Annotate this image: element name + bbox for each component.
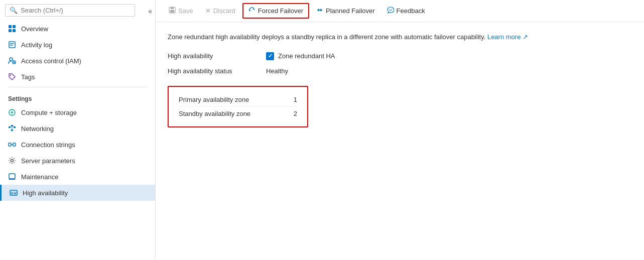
svg-rect-34 <box>14 193 16 194</box>
primary-zone-row: Primary availability zone 1 <box>179 93 297 106</box>
sidebar-item-high-availability[interactable]: High availability <box>0 185 155 201</box>
primary-zone-label: Primary availability zone <box>179 96 249 103</box>
svg-rect-3 <box>13 29 16 32</box>
sidebar-item-access-control[interactable]: Access control (IAM) <box>0 53 155 69</box>
discard-icon: ✕ <box>205 7 211 15</box>
ha-checkbox[interactable] <box>266 52 274 60</box>
save-label: Save <box>178 7 193 15</box>
standby-zone-row: Standby availability zone 2 <box>179 106 297 120</box>
svg-rect-36 <box>171 7 174 9</box>
sidebar-item-activity-log-label: Activity log <box>21 41 52 49</box>
forced-failover-icon <box>248 7 255 15</box>
activity-log-icon <box>8 41 16 49</box>
overview-icon <box>8 25 16 33</box>
standby-zone-label: Standby availability zone <box>179 110 250 117</box>
svg-point-39 <box>391 9 392 10</box>
forced-failover-button[interactable]: Forced Failover <box>242 3 309 19</box>
sidebar-item-connection-strings-label: Connection strings <box>21 141 75 149</box>
planned-failover-button[interactable]: Planned Failover <box>311 4 380 18</box>
ha-status-field: High availability status Healthy <box>168 67 632 75</box>
forced-failover-label: Forced Failover <box>258 7 303 15</box>
main-panel: Save ✕ Discard Forced Failover <box>156 0 644 260</box>
svg-rect-4 <box>9 42 15 48</box>
svg-rect-19 <box>11 129 13 131</box>
server-params-icon <box>8 157 16 165</box>
svg-rect-0 <box>9 25 12 28</box>
networking-icon <box>8 124 16 133</box>
svg-rect-2 <box>9 29 12 32</box>
svg-point-7 <box>10 58 13 61</box>
sidebar-item-tags-label: Tags <box>21 73 35 81</box>
high-availability-icon <box>10 189 18 197</box>
svg-rect-24 <box>13 143 16 146</box>
svg-point-38 <box>389 9 390 10</box>
maintenance-icon <box>8 173 16 181</box>
sidebar-item-compute-storage[interactable]: Compute + storage <box>0 104 155 120</box>
connection-strings-icon <box>8 141 16 149</box>
feedback-button[interactable]: Feedback <box>382 4 430 18</box>
sidebar-item-networking[interactable]: Networking <box>0 120 155 137</box>
sidebar-item-maintenance-label: Maintenance <box>21 173 58 181</box>
svg-point-11 <box>10 75 11 76</box>
svg-rect-23 <box>9 143 11 146</box>
sidebar-item-compute-label: Compute + storage <box>21 109 77 116</box>
primary-zone-value: 1 <box>294 96 297 103</box>
toolbar: Save ✕ Discard Forced Failover <box>156 0 644 22</box>
sidebar-item-activity-log[interactable]: Activity log <box>0 37 155 53</box>
settings-section-header: Settings <box>0 89 155 104</box>
info-description: Zone redundant high availability deploys… <box>168 32 632 42</box>
search-input[interactable] <box>21 7 131 14</box>
compute-icon <box>8 108 16 116</box>
standby-zone-value: 2 <box>294 110 297 117</box>
discard-label: Discard <box>213 7 235 15</box>
sidebar-item-server-parameters[interactable]: Server parameters <box>0 153 155 169</box>
sidebar-item-overview-label: Overview <box>21 25 48 33</box>
sidebar-item-server-params-label: Server parameters <box>21 157 75 165</box>
planned-failover-icon <box>316 7 323 15</box>
search-icon: 🔍 <box>10 7 18 14</box>
ha-label: High availability <box>168 52 258 60</box>
ha-status-text: Healthy <box>266 67 288 75</box>
tags-icon <box>8 73 16 81</box>
search-box[interactable]: 🔍 <box>5 4 135 17</box>
discard-button[interactable]: ✕ Discard <box>200 5 240 17</box>
sidebar-item-networking-label: Networking <box>21 125 54 133</box>
settings-divider <box>8 87 147 87</box>
sidebar-item-maintenance[interactable]: Maintenance <box>0 169 155 185</box>
svg-point-13 <box>11 111 13 113</box>
svg-rect-37 <box>170 10 174 13</box>
learn-more-link[interactable]: Learn more ↗ <box>487 33 528 41</box>
ha-status-value: Healthy <box>266 67 288 75</box>
availability-zones-box: Primary availability zone 1 Standby avai… <box>168 86 308 127</box>
planned-failover-label: Planned Failover <box>326 7 375 15</box>
sidebar-item-high-availability-label: High availability <box>23 189 68 197</box>
ha-value: Zone redundant HA <box>266 52 335 60</box>
svg-rect-1 <box>13 25 16 28</box>
svg-point-26 <box>11 160 14 162</box>
svg-rect-17 <box>11 125 13 126</box>
sidebar-item-iam-label: Access control (IAM) <box>21 57 81 65</box>
feedback-icon <box>387 7 394 15</box>
sidebar-item-connection-strings[interactable]: Connection strings <box>0 137 155 153</box>
high-availability-field: High availability Zone redundant HA <box>168 52 632 60</box>
sidebar-item-tags[interactable]: Tags <box>0 69 155 85</box>
ha-status-label: High availability status <box>168 67 258 75</box>
ha-checkbox-label: Zone redundant HA <box>278 52 335 60</box>
iam-icon <box>8 57 16 65</box>
sidebar-item-overview[interactable]: Overview <box>0 21 155 37</box>
svg-rect-33 <box>11 193 13 194</box>
content-area: Zone redundant high availability deploys… <box>156 22 644 260</box>
save-button[interactable]: Save <box>164 4 198 18</box>
svg-rect-27 <box>9 174 15 179</box>
feedback-label: Feedback <box>397 7 425 15</box>
svg-rect-31 <box>10 190 17 195</box>
collapse-button[interactable]: « <box>145 5 155 17</box>
save-icon <box>169 7 176 15</box>
sidebar: 🔍 « Overview Activity log <box>0 0 156 260</box>
